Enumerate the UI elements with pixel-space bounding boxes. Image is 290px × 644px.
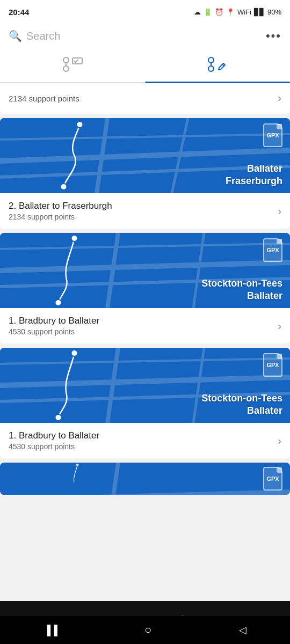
tab-routes[interactable] <box>0 48 145 82</box>
route-card-info-bradbury-2[interactable]: 1. Bradbury to Ballater 4530 support poi… <box>0 423 290 458</box>
support-points-bradbury-1: 4530 support points <box>9 327 99 336</box>
android-recent-btn[interactable]: ▐▐ <box>33 620 68 640</box>
gpx-file-icon-3: GPX <box>263 353 282 377</box>
partial-top-card[interactable]: 2134 support points › <box>0 83 290 114</box>
route-title-line1-bradbury-2: Stockton-on-Tees <box>201 392 282 405</box>
svg-point-5 <box>208 66 214 71</box>
svg-point-0 <box>63 57 69 63</box>
route-title-overlay-ballater: Ballater Fraserburgh <box>226 163 282 187</box>
routes-tab-icon <box>62 56 83 77</box>
route-title-line2-ballater: Fraserburgh <box>226 175 282 187</box>
search-placeholder: Search <box>26 30 60 42</box>
route-card-image-ballater: GPX Ballater Fraserburgh <box>0 118 290 193</box>
svg-point-26 <box>71 350 78 356</box>
tabs-bar <box>0 48 290 83</box>
gpx-badge-bradbury-1: GPX <box>263 238 282 262</box>
alarm-icon: ⏰ <box>215 8 223 16</box>
svg-point-19 <box>71 235 78 241</box>
edit-tab-icon <box>207 56 228 77</box>
partial-chevron-icon: › <box>278 92 281 104</box>
route-title-line1-ballater: Ballater <box>226 163 282 175</box>
route-card-info-ballater[interactable]: 2. Ballater to Fraserburgh 2134 support … <box>0 193 290 229</box>
route-name-bradbury-1: 1. Bradbury to Ballater <box>9 316 99 326</box>
route-card-bradbury-1[interactable]: GPX Stockton-on-Tees Ballater 1. Bradbur… <box>0 233 290 343</box>
svg-point-12 <box>77 121 83 128</box>
partial-support-points: 2134 support points <box>9 94 79 103</box>
status-icons: ☁ 🔋 ⏰ 📍 WiFi ▊▊ 90% <box>194 8 281 16</box>
route-info-text-bradbury-2: 1. Bradbury to Ballater 4530 support poi… <box>9 430 99 451</box>
gpx-file-icon-2: GPX <box>263 238 282 262</box>
route-card-bradbury-2[interactable]: GPX Stockton-on-Tees Ballater 1. Bradbur… <box>0 348 290 458</box>
svg-point-13 <box>61 184 67 190</box>
route-info-text-ballater: 2. Ballater to Fraserburgh 2134 support … <box>9 201 112 221</box>
route-card-image-partial: GPX <box>0 463 290 495</box>
route-card-partial-bottom[interactable]: GPX <box>0 463 290 495</box>
gpx-file-icon: GPX <box>263 123 282 147</box>
route-fullname-bradbury-1: Bradbury to Ballater <box>19 316 99 326</box>
gpx-badge-bradbury-2: GPX <box>263 353 282 377</box>
route-fullname-ballater: Ballater to Fraserburgh <box>19 201 112 211</box>
wifi-icon: WiFi <box>237 8 251 16</box>
route-card-image-bradbury-1: GPX Stockton-on-Tees Ballater <box>0 233 290 308</box>
chevron-ballater: › <box>278 205 281 217</box>
route-title-line1-bradbury-1: Stockton-on-Tees <box>201 277 282 290</box>
route-info-text-bradbury-1: 1. Bradbury to Ballater 4530 support poi… <box>9 316 99 336</box>
svg-point-4 <box>208 57 214 63</box>
svg-point-27 <box>55 414 62 421</box>
route-title-line2-bradbury-1: Ballater <box>201 290 282 302</box>
route-title-overlay-bradbury-1: Stockton-on-Tees Ballater <box>201 277 282 302</box>
status-bar: 20:44 ☁ 🔋 ⏰ 📍 WiFi ▊▊ 90% <box>0 0 290 24</box>
gpx-badge-ballater: GPX <box>263 123 282 147</box>
route-name-bradbury-2: 1. Bradbury to Ballater <box>9 430 99 441</box>
signal-icon: ▊▊ <box>254 8 265 16</box>
svg-point-20 <box>55 299 62 306</box>
svg-point-1 <box>63 66 69 71</box>
options-icon[interactable]: ••• <box>266 29 281 43</box>
cloud-icon: ☁ <box>194 8 201 16</box>
android-nav-bar: ▐▐ ○ ◁ <box>0 616 290 644</box>
route-title-overlay-bradbury-2: Stockton-on-Tees Ballater <box>201 392 282 416</box>
chevron-bradbury-1: › <box>278 320 281 332</box>
gpx-file-icon-partial: GPX <box>263 467 282 491</box>
svg-point-30 <box>76 464 79 466</box>
status-time: 20:44 <box>9 8 29 17</box>
support-points-ballater: 2134 support points <box>9 213 112 221</box>
route-list: 2134 support points › GPX <box>0 83 290 577</box>
support-points-bradbury-2: 4530 support points <box>9 442 99 451</box>
route-title-line2-bradbury-2: Ballater <box>201 405 282 417</box>
chevron-bradbury-2: › <box>278 435 281 447</box>
android-home-btn[interactable]: ○ <box>134 619 162 641</box>
search-input-area[interactable]: 🔍 Search <box>9 30 60 42</box>
route-card-image-bradbury-2: GPX Stockton-on-Tees Ballater <box>0 348 290 423</box>
tab-edit[interactable] <box>145 48 290 82</box>
route-fullname-bradbury-2: Bradbury to Ballater <box>19 430 99 441</box>
route-card-ballater[interactable]: GPX Ballater Fraserburgh 2. Ballater to … <box>0 118 290 229</box>
battery-percent: 90% <box>267 8 281 16</box>
battery-icon: 🔋 <box>204 8 212 16</box>
android-back-btn[interactable]: ◁ <box>228 620 257 640</box>
location-icon: 📍 <box>226 8 235 16</box>
search-bar: 🔍 Search ••• <box>0 24 290 48</box>
route-card-info-bradbury-1[interactable]: 1. Bradbury to Ballater 4530 support poi… <box>0 308 290 343</box>
search-icon: 🔍 <box>9 30 22 42</box>
gpx-badge-partial: GPX <box>263 467 282 491</box>
route-name-ballater: 2. Ballater to Fraserburgh <box>9 201 112 211</box>
